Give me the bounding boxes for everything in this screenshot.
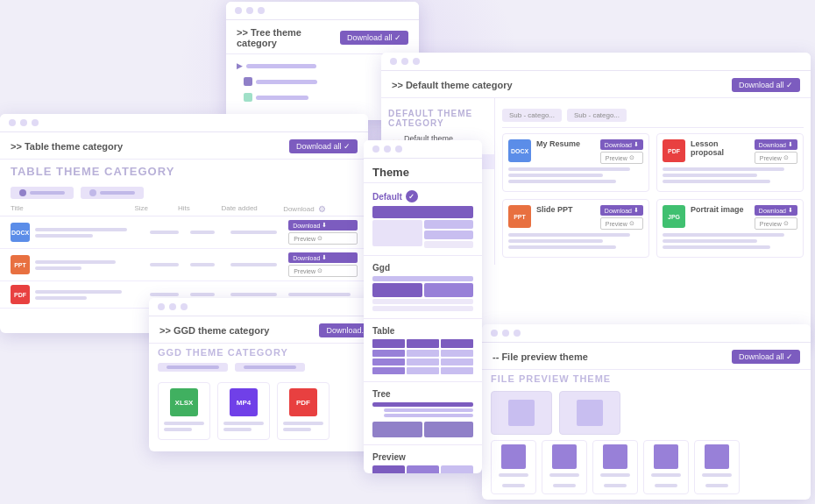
file-card-resume: DOCX My Resume Download ⬇ Preview ⊙ bbox=[502, 133, 649, 192]
theme-preview-ggd bbox=[372, 276, 473, 311]
dot2 bbox=[246, 7, 253, 14]
file-actions: Download ⬇ Preview ⊙ bbox=[755, 139, 797, 164]
table-row: PPT Download ⬇ Preview ⊙ bbox=[0, 249, 368, 281]
row-title-bar bbox=[35, 287, 150, 302]
file-card-ppt: PPT Slide PPT Download ⬇ Preview ⊙ bbox=[502, 199, 649, 258]
table-row: DOCX Download ⬇ Preview ⊙ bbox=[0, 217, 368, 249]
fp-icon-1 bbox=[501, 444, 526, 469]
dot3 bbox=[514, 330, 521, 337]
dot2 bbox=[169, 303, 176, 310]
default-main: Sub - catego... Sub - catego... DOCX My … bbox=[495, 98, 811, 265]
file-actions: Download ⬇ Preview ⊙ bbox=[755, 205, 797, 230]
ggd-heading: GGD THEME CATEGORY bbox=[149, 344, 386, 359]
dot2 bbox=[401, 58, 408, 65]
file-icon-pdf: PDF bbox=[11, 285, 30, 304]
row-dl-btn[interactable]: Download ⬇ bbox=[288, 220, 358, 231]
row-preview-btn[interactable]: Preview ⊙ bbox=[288, 265, 358, 277]
window-file-preview: -- File preview theme Download all ✓ FIL… bbox=[482, 324, 811, 500]
fp-box-4 bbox=[643, 440, 689, 494]
file-card-header: DOCX My Resume Download ⬇ Preview ⊙ bbox=[508, 139, 643, 164]
file-dl-btn[interactable]: Download ⬇ bbox=[755, 139, 797, 150]
theme-label-ggd: Ggd bbox=[372, 263, 473, 273]
theme-item-tree[interactable]: Tree bbox=[364, 382, 482, 445]
subcat-tab-1[interactable]: Sub - catego... bbox=[502, 109, 562, 122]
fp-box-5 bbox=[694, 440, 740, 494]
file-name: Lesson proposal bbox=[691, 139, 749, 157]
file-dl-btn[interactable]: Download ⬇ bbox=[755, 205, 797, 216]
titlebar-file bbox=[482, 324, 811, 343]
file-icon-jpg: JPG bbox=[663, 205, 685, 228]
default-heading: DEFAULT THEME CATEGORY bbox=[381, 105, 494, 131]
file-name: Slide PPT bbox=[536, 205, 595, 214]
file-preview-btn[interactable]: Preview ⊙ bbox=[600, 152, 643, 164]
check-icon: ✓ bbox=[406, 190, 418, 202]
file-preview-small-row bbox=[482, 438, 811, 500]
file-preview-btn[interactable]: Preview ⊙ bbox=[755, 217, 797, 230]
theme-label-table: Table bbox=[372, 326, 473, 336]
file-title: -- File preview theme bbox=[493, 351, 588, 362]
filter-tag-1[interactable] bbox=[11, 187, 74, 199]
file-card-header: JPG Portrait image Download ⬇ Preview ⊙ bbox=[663, 205, 797, 230]
fp-box-1 bbox=[491, 440, 536, 494]
file-icon-pdf: PDF bbox=[289, 388, 317, 416]
subcat-tabs: Sub - catego... Sub - catego... bbox=[502, 105, 804, 128]
titlebar-table bbox=[0, 114, 368, 132]
ggd-file-xlsx: XLSX bbox=[158, 382, 210, 440]
theme-preview-table bbox=[372, 339, 473, 374]
default-dl-btn[interactable]: Download all ✓ bbox=[732, 78, 800, 92]
file-card-header: PPT Slide PPT Download ⬇ Preview ⊙ bbox=[508, 205, 643, 230]
file-icon-docx: DOCX bbox=[11, 223, 30, 242]
row-size bbox=[150, 228, 190, 237]
file-preview-btn[interactable]: Preview ⊙ bbox=[600, 217, 643, 230]
theme-preview-tree bbox=[372, 402, 473, 437]
col-title: Title bbox=[11, 204, 134, 214]
col-dl: Download ⚙ bbox=[283, 204, 358, 214]
file-dl-btn[interactable]: Download ⬇ bbox=[600, 139, 643, 150]
row-hits bbox=[190, 260, 230, 269]
filter-tag-2[interactable] bbox=[81, 187, 144, 199]
fp-large-1 bbox=[491, 391, 552, 435]
file-preview-btn[interactable]: Preview ⊙ bbox=[755, 152, 797, 164]
theme-preview-default bbox=[372, 206, 473, 248]
file-actions: Download ⬇ Preview ⊙ bbox=[600, 205, 643, 230]
subcat-tab-2[interactable]: Sub - catego... bbox=[567, 109, 627, 122]
table-columns: Title Size Hits Date added Download ⚙ bbox=[0, 202, 368, 217]
titlebar-ggd bbox=[149, 298, 386, 316]
dot1 bbox=[390, 58, 397, 65]
file-dl-btn[interactable]: Download all ✓ bbox=[732, 350, 800, 364]
theme-label-tree: Tree bbox=[372, 389, 473, 399]
theme-label-preview: Preview bbox=[372, 452, 473, 462]
theme-item-preview[interactable]: Preview bbox=[364, 445, 482, 473]
table-dl-btn[interactable]: Download all ✓ bbox=[289, 139, 358, 153]
row-actions: Download ⬇ Preview ⊙ bbox=[288, 220, 358, 245]
fp-large-2 bbox=[559, 391, 620, 435]
table-heading: TABLE THEME CATEGORY bbox=[0, 160, 368, 181]
header-table: >> Table theme category Download all ✓ bbox=[0, 132, 368, 160]
file-dl-btn[interactable]: Download ⬇ bbox=[600, 205, 643, 216]
file-name: My Resume bbox=[536, 139, 595, 148]
file-icon-mp4: MP4 bbox=[230, 388, 258, 416]
tree-back-title: >> Tree theme category bbox=[237, 27, 340, 48]
row-dl-btn[interactable]: Download ⬇ bbox=[288, 252, 358, 263]
theme-preview-preview bbox=[372, 465, 473, 473]
ggd-file-grid: XLSX MP4 PDF bbox=[149, 377, 386, 445]
fp-box-2 bbox=[542, 440, 587, 494]
ggd-title: >> GGD theme category bbox=[159, 325, 269, 336]
theme-item-ggd[interactable]: Ggd bbox=[364, 256, 482, 319]
tree-back-dl-btn[interactable]: Download all ✓ bbox=[340, 31, 408, 45]
row-preview-btn[interactable]: Preview ⊙ bbox=[288, 232, 358, 245]
fp-icon-3 bbox=[603, 444, 627, 469]
file-card-lines bbox=[663, 167, 797, 183]
window-ggd: >> GGD theme category Download... GGD TH… bbox=[149, 298, 386, 451]
row-actions: Download ⬇ Preview ⊙ bbox=[288, 252, 358, 277]
ggd-file-pdf: PDF bbox=[277, 382, 330, 440]
file-icon-ppt: PPT bbox=[11, 255, 30, 274]
theme-item-default[interactable]: Default ✓ bbox=[364, 183, 482, 256]
theme-item-table[interactable]: Table bbox=[364, 319, 482, 382]
row-date bbox=[230, 260, 288, 269]
fp-icon-5 bbox=[705, 444, 729, 469]
titlebar-theme bbox=[364, 140, 482, 159]
header-ggd: >> GGD theme category Download... bbox=[149, 316, 386, 344]
header-tree-back: >> Tree theme category Download all ✓ bbox=[226, 20, 419, 54]
file-card-lines bbox=[508, 233, 643, 249]
